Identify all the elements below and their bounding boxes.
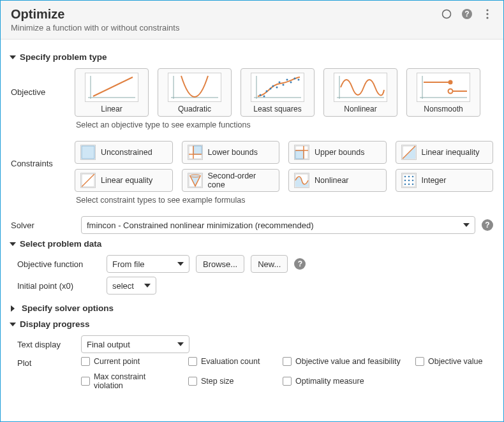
plot-label: Plot — [17, 357, 75, 368]
chevron-right-icon — [11, 305, 18, 312]
checkbox-icon — [415, 357, 424, 366]
header-actions: ? — [441, 7, 493, 20]
svg-point-5 — [486, 17, 488, 18]
constraint-tile-second-order-cone[interactable]: Second-order cone — [182, 169, 280, 192]
constraint-tile-upper-bounds[interactable]: Upper bounds — [288, 141, 387, 164]
objective-tile-least-squares[interactable]: Least squares — [241, 68, 315, 117]
objective-tile-quadratic[interactable]: Quadratic — [158, 68, 232, 117]
solver-help-icon[interactable]: ? — [482, 219, 493, 231]
svg-point-17 — [272, 85, 274, 87]
constraints-label: Constraints — [11, 141, 75, 168]
plot-check-evaluation-count[interactable]: Evaluation count — [188, 357, 271, 366]
text-display-row: Text display Final output — [17, 335, 493, 353]
plot-check-current-point[interactable]: Current point — [81, 357, 177, 366]
tile-label: Linear equality — [101, 176, 152, 185]
objective-tile-nonsmooth[interactable]: Nonsmooth — [406, 68, 480, 117]
text-display-label: Text display — [17, 340, 75, 349]
svg-point-54 — [411, 176, 413, 178]
nonlinear-icon — [334, 73, 387, 102]
button-label: New... — [258, 259, 281, 269]
objective-hint: Select an objective type to see example … — [76, 120, 493, 129]
tile-label: Linear — [101, 105, 122, 113]
chevron-down-icon — [10, 55, 16, 59]
objective-tile-linear[interactable]: Linear — [75, 68, 149, 117]
tile-label: Least squares — [253, 105, 301, 113]
svg-point-16 — [270, 88, 272, 90]
initial-point-value: select — [112, 281, 134, 291]
browse-button[interactable]: Browse... — [196, 255, 244, 273]
check-label: Current point — [94, 357, 140, 366]
plot-check-objective-value[interactable]: Objective value — [415, 357, 485, 366]
checkbox-icon — [81, 357, 90, 366]
chevron-down-icon — [177, 262, 184, 266]
help-icon[interactable]: ? — [461, 8, 473, 20]
lower-bounds-icon — [188, 145, 203, 160]
button-label: Browse... — [203, 259, 237, 269]
quadratic-icon — [168, 73, 221, 102]
tile-label: Upper bounds — [315, 148, 365, 157]
objective-tiles: Linear Quadratic — [75, 68, 493, 117]
svg-point-57 — [411, 180, 413, 182]
section-specify-problem[interactable]: Specify problem type — [11, 52, 493, 62]
constraint-tile-unconstrained[interactable]: Unconstrained — [75, 141, 173, 164]
svg-point-24 — [298, 79, 300, 81]
constraint-tile-integer[interactable]: Integer — [396, 169, 494, 192]
linear-icon — [85, 73, 138, 102]
constraints-grid: Unconstrained Lower bounds Upper bounds — [75, 141, 493, 192]
solver-row: Solver fmincon - Constrained nonlinear m… — [11, 216, 493, 234]
linear-equality-icon — [80, 173, 96, 188]
checkbox-icon — [188, 377, 197, 386]
objective-row: Objective Linear — [11, 68, 493, 136]
tile-label: Unconstrained — [101, 148, 152, 157]
svg-point-53 — [408, 176, 410, 178]
initial-point-select[interactable]: select — [107, 277, 156, 295]
objective-label: Objective — [11, 68, 75, 97]
section-solver-options[interactable]: Specify solver options — [11, 303, 493, 313]
section-title: Specify solver options — [22, 303, 114, 313]
objective-function-row: Objective function From file Browse... N… — [17, 255, 493, 273]
plot-options: Current point Evaluation count Objective… — [81, 357, 493, 390]
constraints-hint: Select constraint types to see example f… — [76, 196, 493, 205]
svg-point-22 — [290, 82, 292, 84]
kebab-menu-icon[interactable] — [482, 8, 493, 20]
plot-check-objective-feasibility[interactable]: Objective value and feasibility — [283, 357, 404, 366]
plot-check-step-size[interactable]: Step size — [188, 372, 271, 390]
header: Optimize Minimize a function with or wit… — [1, 1, 503, 40]
status-circle-icon[interactable] — [441, 8, 452, 20]
svg-point-30 — [448, 80, 453, 85]
section-select-data[interactable]: Select problem data — [11, 239, 493, 249]
text-display-select[interactable]: Final output — [81, 335, 189, 353]
nonlinear-constraint-icon — [294, 173, 309, 188]
chevron-down-icon — [10, 323, 16, 326]
svg-rect-35 — [193, 146, 202, 154]
tile-label: Second-order cone — [208, 171, 274, 189]
plot-check-optimality-measure[interactable]: Optimality measure — [283, 372, 404, 390]
section-display-progress[interactable]: Display progress — [11, 319, 493, 329]
tile-label: Lower bounds — [208, 148, 258, 157]
objective-function-select[interactable]: From file — [107, 255, 189, 273]
chevron-down-icon — [10, 242, 16, 246]
objective-tile-nonlinear[interactable]: Nonlinear — [323, 68, 397, 117]
tile-label: Integer — [422, 176, 447, 185]
constraint-tile-nonlinear[interactable]: Nonlinear — [288, 169, 387, 192]
chevron-down-icon — [144, 284, 151, 287]
solver-select[interactable]: fmincon - Constrained nonlinear minimiza… — [81, 216, 475, 234]
constraint-tile-lower-bounds[interactable]: Lower bounds — [182, 141, 280, 164]
checkbox-icon — [283, 357, 292, 366]
svg-point-0 — [443, 10, 451, 18]
svg-point-4 — [486, 13, 488, 15]
check-label: Objective value — [428, 357, 482, 366]
constraint-tile-linear-inequality[interactable]: Linear inequality — [396, 141, 494, 164]
new-button[interactable]: New... — [251, 255, 288, 273]
constraints-row: Constraints Unconstrained Lower bounds — [11, 141, 493, 211]
svg-point-52 — [404, 176, 406, 178]
svg-line-8 — [93, 77, 133, 96]
svg-point-19 — [279, 82, 281, 84]
check-label: Step size — [201, 377, 233, 386]
constraint-tile-linear-equality[interactable]: Linear equality — [75, 169, 173, 192]
plot-check-max-constraint-violation[interactable]: Max constraint violation — [81, 372, 177, 390]
svg-point-3 — [486, 9, 488, 11]
svg-point-14 — [263, 96, 265, 98]
solver-value: fmincon - Constrained nonlinear minimiza… — [87, 221, 314, 230]
objective-function-help-icon[interactable]: ? — [294, 258, 306, 270]
